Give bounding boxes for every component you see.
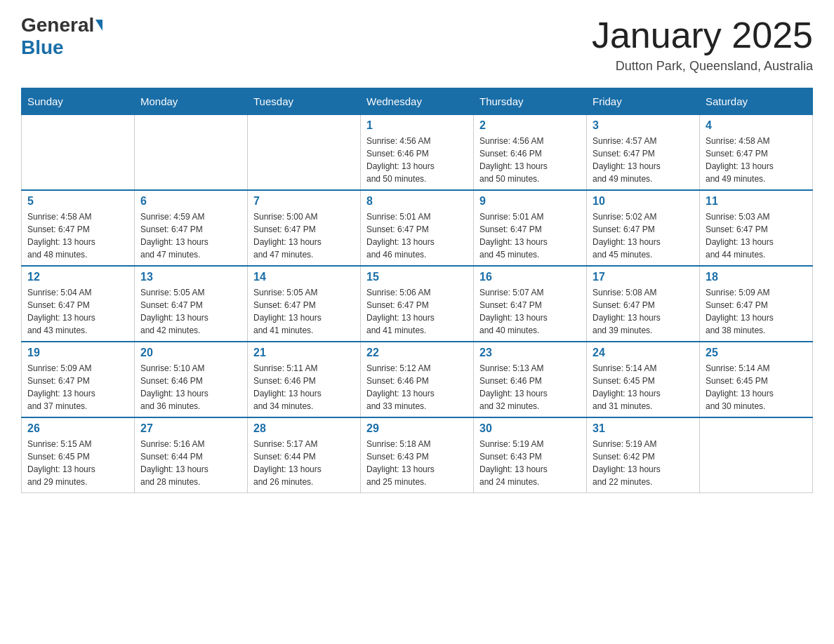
calendar-cell: 27Sunrise: 5:16 AMSunset: 6:44 PMDayligh… [135, 417, 248, 493]
month-title: January 2025 [592, 14, 813, 56]
col-tuesday: Tuesday [248, 88, 361, 115]
day-number: 2 [479, 119, 581, 132]
calendar-cell: 26Sunrise: 5:15 AMSunset: 6:45 PMDayligh… [22, 417, 135, 493]
day-info: Sunrise: 5:15 AMSunset: 6:45 PMDaylight:… [27, 438, 128, 488]
col-sunday: Sunday [22, 88, 135, 115]
col-friday: Friday [587, 88, 700, 115]
day-number: 15 [366, 271, 468, 283]
day-number: 12 [27, 271, 128, 283]
calendar-cell: 13Sunrise: 5:05 AMSunset: 6:47 PMDayligh… [135, 266, 248, 342]
day-number: 8 [366, 195, 468, 208]
day-number: 10 [593, 195, 694, 208]
col-saturday: Saturday [700, 88, 813, 115]
day-info: Sunrise: 5:07 AMSunset: 6:47 PMDaylight:… [479, 286, 581, 337]
day-number: 27 [140, 422, 241, 435]
day-info: Sunrise: 5:16 AMSunset: 6:44 PMDaylight:… [140, 438, 241, 488]
calendar-cell: 2Sunrise: 4:56 AMSunset: 6:46 PMDaylight… [474, 115, 587, 191]
day-info: Sunrise: 5:06 AMSunset: 6:47 PMDaylight:… [366, 286, 468, 337]
day-number: 29 [366, 422, 468, 435]
day-number: 20 [140, 347, 241, 359]
day-info: Sunrise: 4:57 AMSunset: 6:47 PMDaylight:… [593, 135, 694, 185]
calendar-cell: 5Sunrise: 4:58 AMSunset: 6:47 PMDaylight… [22, 190, 135, 266]
calendar-cell: 7Sunrise: 5:00 AMSunset: 6:47 PMDaylight… [248, 190, 361, 266]
day-number: 21 [253, 347, 355, 359]
day-number: 9 [479, 195, 581, 208]
calendar-header-row: Sunday Monday Tuesday Wednesday Thursday… [22, 88, 813, 115]
page-header: General Blue January 2025 Dutton Park, Q… [21, 14, 813, 74]
calendar-cell: 28Sunrise: 5:17 AMSunset: 6:44 PMDayligh… [248, 417, 361, 493]
calendar-week-4: 19Sunrise: 5:09 AMSunset: 6:47 PMDayligh… [22, 342, 813, 417]
calendar-cell [135, 115, 248, 191]
logo: General Blue [21, 14, 104, 59]
day-info: Sunrise: 5:18 AMSunset: 6:43 PMDaylight:… [366, 438, 468, 488]
logo-general-text: General [21, 14, 94, 36]
day-number: 26 [27, 422, 128, 435]
day-number: 18 [706, 271, 807, 283]
calendar-cell: 9Sunrise: 5:01 AMSunset: 6:47 PMDaylight… [474, 190, 587, 266]
calendar-cell: 10Sunrise: 5:02 AMSunset: 6:47 PMDayligh… [587, 190, 700, 266]
day-number: 6 [140, 195, 241, 208]
day-number: 25 [706, 347, 807, 359]
day-info: Sunrise: 5:19 AMSunset: 6:43 PMDaylight:… [479, 438, 581, 488]
day-info: Sunrise: 4:59 AMSunset: 6:47 PMDaylight:… [140, 210, 241, 261]
day-number: 24 [593, 347, 694, 359]
calendar-cell: 19Sunrise: 5:09 AMSunset: 6:47 PMDayligh… [22, 342, 135, 417]
calendar-cell: 3Sunrise: 4:57 AMSunset: 6:47 PMDaylight… [587, 115, 700, 191]
day-info: Sunrise: 4:56 AMSunset: 6:46 PMDaylight:… [366, 135, 468, 185]
day-number: 16 [479, 271, 581, 283]
day-info: Sunrise: 5:11 AMSunset: 6:46 PMDaylight:… [253, 362, 355, 412]
calendar-cell: 14Sunrise: 5:05 AMSunset: 6:47 PMDayligh… [248, 266, 361, 342]
calendar-cell: 15Sunrise: 5:06 AMSunset: 6:47 PMDayligh… [361, 266, 474, 342]
day-info: Sunrise: 4:58 AMSunset: 6:47 PMDaylight:… [27, 210, 128, 261]
col-thursday: Thursday [474, 88, 587, 115]
day-number: 30 [479, 422, 581, 435]
calendar-cell: 1Sunrise: 4:56 AMSunset: 6:46 PMDaylight… [361, 115, 474, 191]
calendar-cell: 31Sunrise: 5:19 AMSunset: 6:42 PMDayligh… [587, 417, 700, 493]
col-wednesday: Wednesday [361, 88, 474, 115]
day-info: Sunrise: 5:12 AMSunset: 6:46 PMDaylight:… [366, 362, 468, 412]
day-number: 28 [253, 422, 355, 435]
calendar-cell: 21Sunrise: 5:11 AMSunset: 6:46 PMDayligh… [248, 342, 361, 417]
title-area: January 2025 Dutton Park, Queensland, Au… [592, 14, 813, 74]
calendar-cell: 25Sunrise: 5:14 AMSunset: 6:45 PMDayligh… [700, 342, 813, 417]
day-number: 14 [253, 271, 355, 283]
day-info: Sunrise: 5:01 AMSunset: 6:47 PMDaylight:… [366, 210, 468, 261]
day-info: Sunrise: 5:02 AMSunset: 6:47 PMDaylight:… [593, 210, 694, 261]
calendar-cell [248, 115, 361, 191]
calendar-cell: 12Sunrise: 5:04 AMSunset: 6:47 PMDayligh… [22, 266, 135, 342]
day-info: Sunrise: 4:58 AMSunset: 6:47 PMDaylight:… [706, 135, 807, 185]
day-number: 11 [706, 195, 807, 208]
calendar-cell: 4Sunrise: 4:58 AMSunset: 6:47 PMDaylight… [700, 115, 813, 191]
calendar-week-3: 12Sunrise: 5:04 AMSunset: 6:47 PMDayligh… [22, 266, 813, 342]
calendar-cell: 23Sunrise: 5:13 AMSunset: 6:46 PMDayligh… [474, 342, 587, 417]
calendar-week-1: 1Sunrise: 4:56 AMSunset: 6:46 PMDaylight… [22, 115, 813, 191]
day-info: Sunrise: 5:09 AMSunset: 6:47 PMDaylight:… [706, 286, 807, 337]
day-info: Sunrise: 5:14 AMSunset: 6:45 PMDaylight:… [593, 362, 694, 412]
day-number: 22 [366, 347, 468, 359]
day-number: 7 [253, 195, 355, 208]
calendar-cell: 6Sunrise: 4:59 AMSunset: 6:47 PMDaylight… [135, 190, 248, 266]
day-info: Sunrise: 5:03 AMSunset: 6:47 PMDaylight:… [706, 210, 807, 261]
day-number: 1 [366, 119, 468, 132]
day-info: Sunrise: 5:08 AMSunset: 6:47 PMDaylight:… [593, 286, 694, 337]
calendar-cell: 11Sunrise: 5:03 AMSunset: 6:47 PMDayligh… [700, 190, 813, 266]
logo-blue-text: Blue [21, 36, 64, 59]
day-number: 19 [27, 347, 128, 359]
day-info: Sunrise: 5:01 AMSunset: 6:47 PMDaylight:… [479, 210, 581, 261]
day-info: Sunrise: 5:17 AMSunset: 6:44 PMDaylight:… [253, 438, 355, 488]
calendar-cell: 17Sunrise: 5:08 AMSunset: 6:47 PMDayligh… [587, 266, 700, 342]
calendar-week-2: 5Sunrise: 4:58 AMSunset: 6:47 PMDaylight… [22, 190, 813, 266]
day-info: Sunrise: 5:05 AMSunset: 6:47 PMDaylight:… [140, 286, 241, 337]
day-info: Sunrise: 5:10 AMSunset: 6:46 PMDaylight:… [140, 362, 241, 412]
calendar-table: Sunday Monday Tuesday Wednesday Thursday… [21, 88, 813, 493]
day-info: Sunrise: 5:19 AMSunset: 6:42 PMDaylight:… [593, 438, 694, 488]
day-info: Sunrise: 5:05 AMSunset: 6:47 PMDaylight:… [253, 286, 355, 337]
day-info: Sunrise: 5:04 AMSunset: 6:47 PMDaylight:… [27, 286, 128, 337]
day-number: 5 [27, 195, 128, 208]
day-number: 13 [140, 271, 241, 283]
day-number: 31 [593, 422, 694, 435]
calendar-cell [700, 417, 813, 493]
day-info: Sunrise: 5:09 AMSunset: 6:47 PMDaylight:… [27, 362, 128, 412]
calendar-cell: 20Sunrise: 5:10 AMSunset: 6:46 PMDayligh… [135, 342, 248, 417]
day-info: Sunrise: 5:00 AMSunset: 6:47 PMDaylight:… [253, 210, 355, 261]
